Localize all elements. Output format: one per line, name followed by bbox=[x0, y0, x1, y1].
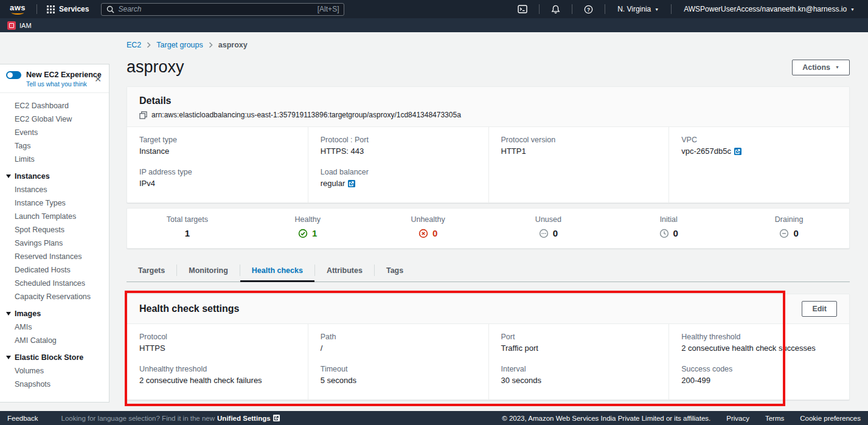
field-timeout: Timeout 5 seconds bbox=[321, 365, 476, 385]
new-experience-header: New EC2 Experience Tell us what you thin… bbox=[0, 64, 109, 93]
summary-unhealthy: Unhealthy 0 bbox=[368, 215, 488, 241]
tab-targets[interactable]: Targets bbox=[127, 263, 176, 282]
new-experience-toggle[interactable] bbox=[6, 71, 21, 79]
sidebar-item-instances[interactable]: Instances bbox=[0, 183, 109, 196]
breadcrumb-ec2-link[interactable]: EC2 bbox=[127, 41, 141, 49]
external-link-icon bbox=[273, 415, 280, 421]
region-selector[interactable]: N. Virginia ▼ bbox=[610, 5, 666, 13]
account-label: AWSPowerUserAccess/navaneeth.kn@harness.… bbox=[684, 5, 847, 13]
summary-healthy: Healthy 1 bbox=[248, 215, 368, 241]
sidebar-item-ec2-global-view[interactable]: EC2 Global View bbox=[0, 112, 109, 126]
sidebar-item-ami-catalog[interactable]: AMI Catalog bbox=[0, 334, 109, 347]
cloudshell-button[interactable] bbox=[511, 5, 534, 13]
actions-button[interactable]: Actions ▼ bbox=[792, 60, 850, 75]
sidebar-item-dedicated-hosts[interactable]: Dedicated Hosts bbox=[0, 263, 109, 277]
chevron-down-icon: ▼ bbox=[850, 7, 855, 12]
sidebar-item-limits[interactable]: Limits bbox=[0, 153, 109, 166]
sidebar-panel: New EC2 Experience Tell us what you thin… bbox=[0, 64, 109, 403]
aws-logo[interactable]: aws bbox=[10, 4, 26, 15]
privacy-link[interactable]: Privacy bbox=[726, 415, 749, 422]
field-path: Path / bbox=[321, 333, 476, 353]
help-button[interactable]: ? bbox=[577, 5, 600, 14]
field-vpc: VPC vpc-2657db5c bbox=[681, 136, 837, 156]
chevron-right-icon bbox=[147, 42, 151, 48]
iam-service-icon bbox=[7, 21, 16, 30]
draining-minus-icon bbox=[779, 229, 789, 238]
breadcrumb-target-groups-link[interactable]: Target groups bbox=[156, 41, 203, 49]
load-balancer-link[interactable]: regular bbox=[321, 179, 476, 188]
iam-label: IAM bbox=[19, 22, 32, 29]
search-input[interactable] bbox=[118, 5, 313, 13]
sidebar-item-tags[interactable]: Tags bbox=[0, 139, 109, 153]
sidebar-item-amis[interactable]: AMIs bbox=[0, 320, 109, 334]
field-healthy-threshold: Healthy threshold 2 consecutive health c… bbox=[681, 333, 837, 353]
svg-text:?: ? bbox=[587, 6, 590, 12]
vpc-link[interactable]: vpc-2657db5c bbox=[681, 147, 837, 156]
field-target-type: Target type Instance bbox=[139, 136, 296, 156]
tab-bar: Targets Monitoring Health checks Attribu… bbox=[127, 263, 850, 282]
copy-icon[interactable] bbox=[139, 111, 147, 119]
experience-feedback-link[interactable]: Tell us what you think bbox=[26, 80, 103, 88]
sidebar-item-snapshots[interactable]: Snapshots bbox=[0, 378, 109, 391]
sidebar-section-elastic-block-store[interactable]: Elastic Block Store bbox=[0, 347, 109, 364]
new-experience-title: New EC2 Experience bbox=[26, 71, 102, 79]
aws-smile-icon bbox=[12, 11, 24, 15]
favorite-iam[interactable]: IAM bbox=[7, 21, 32, 30]
divider bbox=[671, 4, 672, 14]
summary-initial: Initial 0 bbox=[608, 215, 729, 241]
sidebar-item-ec2-dashboard[interactable]: EC2 Dashboard bbox=[0, 99, 109, 112]
divider bbox=[572, 4, 572, 14]
divider bbox=[36, 4, 37, 14]
field-interval: Interval 30 seconds bbox=[501, 365, 657, 385]
summary-unused: Unused 0 bbox=[488, 215, 608, 241]
external-link-icon bbox=[734, 148, 741, 155]
sidebar-item-volumes[interactable]: Volumes bbox=[0, 364, 109, 378]
tab-monitoring[interactable]: Monitoring bbox=[177, 263, 240, 282]
tab-tags[interactable]: Tags bbox=[375, 263, 415, 282]
notifications-bell-button[interactable] bbox=[544, 5, 567, 14]
sidebar-item-capacity-reservations[interactable]: Capacity Reservations bbox=[0, 290, 109, 303]
sidebar-item-launch-templates[interactable]: Launch Templates bbox=[0, 210, 109, 223]
language-message: Looking for language selection? Find it … bbox=[61, 415, 280, 422]
region-label: N. Virginia bbox=[617, 5, 651, 13]
chevron-right-icon bbox=[209, 42, 213, 48]
unhealthy-x-icon bbox=[418, 229, 428, 238]
sidebar-section-images[interactable]: Images bbox=[0, 303, 109, 320]
sidebar-item-spot-requests[interactable]: Spot Requests bbox=[0, 223, 109, 237]
tab-health-checks[interactable]: Health checks bbox=[240, 263, 314, 282]
chevron-down-icon: ▼ bbox=[654, 7, 659, 12]
cookie-preferences-link[interactable]: Cookie preferences bbox=[800, 415, 861, 422]
health-check-settings-title: Health check settings bbox=[139, 303, 240, 314]
terms-link[interactable]: Terms bbox=[765, 415, 784, 422]
sidebar-item-events[interactable]: Events bbox=[0, 126, 109, 139]
field-protocol-version: Protocol version HTTP1 bbox=[501, 136, 657, 156]
search-box[interactable]: [Alt+S] bbox=[101, 3, 344, 16]
account-menu[interactable]: AWSPowerUserAccess/navaneeth.kn@harness.… bbox=[676, 5, 862, 13]
search-icon bbox=[106, 5, 114, 13]
sidebar-item-reserved-instances[interactable]: Reserved Instances bbox=[0, 250, 109, 263]
sidebar-item-savings-plans[interactable]: Savings Plans bbox=[0, 237, 109, 250]
breadcrumb-current: asproxy bbox=[218, 41, 248, 49]
field-ip-address-type: IP address type IPv4 bbox=[139, 168, 296, 188]
services-label: Services bbox=[59, 5, 89, 13]
sidebar-section-instances[interactable]: Instances bbox=[0, 166, 109, 183]
edit-button[interactable]: Edit bbox=[802, 301, 837, 317]
triangle-down-icon bbox=[6, 356, 11, 359]
divider bbox=[539, 4, 540, 14]
feedback-link[interactable]: Feedback bbox=[7, 415, 38, 422]
field-unhealthy-threshold: Unhealthy threshold 2 consecutive health… bbox=[139, 365, 296, 385]
search-shortcut: [Alt+S] bbox=[318, 5, 339, 13]
top-nav-bar: aws Services [Alt+S] ? N. Virginia ▼ AWS… bbox=[0, 0, 868, 18]
tab-attributes[interactable]: Attributes bbox=[315, 263, 374, 282]
sidebar-item-instance-types[interactable]: Instance Types bbox=[0, 196, 109, 210]
chevron-down-icon: ▼ bbox=[835, 65, 839, 69]
unified-settings-link[interactable]: Unified Settings bbox=[217, 415, 271, 422]
field-port: Port Traffic port bbox=[501, 333, 657, 353]
sidebar-item-scheduled-instances[interactable]: Scheduled Instances bbox=[0, 277, 109, 290]
copyright-text: © 2023, Amazon Web Services India Privat… bbox=[502, 415, 710, 422]
sidebar-nav: EC2 Dashboard EC2 Global View Events Tag… bbox=[0, 93, 109, 391]
details-panel: Details arn:aws:elasticloadbalancing:us-… bbox=[127, 86, 850, 203]
healthy-check-icon bbox=[298, 229, 308, 238]
services-menu-button[interactable]: Services bbox=[42, 5, 94, 13]
close-icon[interactable]: ✕ bbox=[94, 74, 102, 84]
